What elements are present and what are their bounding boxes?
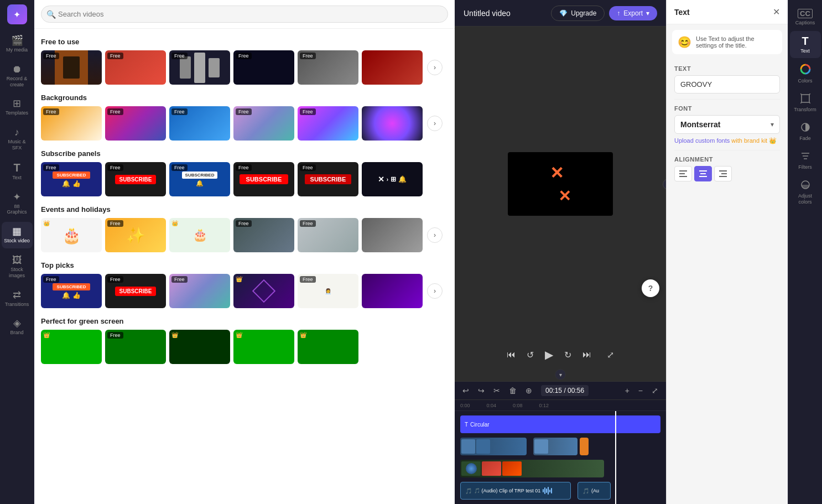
sidebar-item-my-media[interactable]: 🎬 My media (2, 31, 33, 58)
thumb-bg-4[interactable]: Free (233, 106, 294, 141)
thumb-sub-5[interactable]: SUBSCRIBE Free (298, 162, 358, 196)
sidebar-item-graphics[interactable]: ✦ 88 Graphics (2, 188, 33, 220)
text-field-input[interactable] (674, 75, 780, 93)
thumb-bg-5[interactable]: Free (298, 106, 358, 141)
app-logo[interactable]: ✦ (7, 4, 27, 24)
thumb-tp-4[interactable]: 👑 (233, 274, 294, 308)
icon-panel-captions[interactable]: CC Captions (790, 4, 821, 30)
track-clip-audio2[interactable]: 🎵 (Au (578, 482, 611, 500)
thumb-bg-6[interactable] (362, 106, 423, 141)
forward-button[interactable]: ↻ (562, 347, 574, 362)
upgrade-button[interactable]: 💎 Upgrade (551, 6, 605, 21)
thumb-free-2[interactable]: Free (105, 50, 166, 85)
sidebar-item-music[interactable]: ♪ Music & SFX (2, 123, 33, 155)
skip-back-button[interactable]: ⏮ (504, 347, 518, 362)
zoom-out-button[interactable]: − (636, 385, 645, 396)
thumb-ev-6[interactable] (362, 218, 423, 252)
thumb-free-1[interactable]: Free (41, 50, 102, 85)
icon-panel-transform[interactable]: Transform (790, 89, 821, 117)
free-badge: Free (236, 164, 252, 171)
thumb-sub-2[interactable]: SUBSCRIBE Free (105, 162, 166, 196)
help-button[interactable]: ? (642, 279, 659, 297)
thumb-gs-5[interactable]: 👑 (298, 330, 358, 364)
thumb-bg-1[interactable]: Free (41, 106, 102, 141)
thumb-sub-3[interactable]: SUBSCRIBED 🔔 Free (169, 162, 230, 196)
track-clip-video1b[interactable] (533, 438, 578, 455)
icon-panel-adjust-colors[interactable]: Adjust colors (790, 175, 821, 210)
upload-custom-link[interactable]: Upload custom fonts (674, 137, 730, 144)
track-clip-video2[interactable] (460, 460, 604, 477)
right-panel-header: Text ✕ (667, 0, 788, 24)
play-button[interactable]: ▶ (543, 346, 555, 363)
expand-timeline-button[interactable]: ▾ (555, 369, 566, 380)
thumb-gs-2[interactable]: Free (105, 330, 166, 364)
svg-rect-6 (719, 170, 727, 172)
thumb-ev-4[interactable]: Free (233, 218, 294, 252)
sidebar-item-record[interactable]: ⏺ Record & create (2, 60, 33, 92)
thumb-gs-3[interactable]: 👑 (169, 330, 230, 364)
search-input[interactable] (41, 6, 448, 23)
expand-button[interactable]: ⤢ (649, 385, 660, 396)
sidebar-item-brand-kit[interactable]: ◈ Brand (2, 314, 33, 340)
thumb-ev-1[interactable]: 🎂 👑 (41, 218, 102, 252)
cut-button[interactable]: ✂ (491, 385, 502, 396)
thumb-ev-5[interactable]: Free (298, 218, 358, 252)
export-button[interactable]: ↑ Export ▾ (609, 6, 657, 20)
playhead[interactable] (615, 411, 616, 504)
zoom-in-button[interactable]: + (623, 385, 632, 396)
section-subscribe: Subscribe panels SUBSCRIBED 🔔 👍 Free SUB… (41, 149, 448, 196)
align-right-button[interactable] (714, 166, 732, 181)
close-panel-button[interactable]: ✕ (773, 7, 780, 17)
rewind-button[interactable]: ↺ (524, 347, 536, 362)
track-clip-orange[interactable] (580, 438, 589, 455)
thumb-ev-3[interactable]: 🎂 👑 (169, 218, 230, 252)
sidebar-item-label: Brand (10, 330, 23, 336)
icon-panel-filters[interactable]: Filters (790, 147, 821, 174)
backgrounds-chevron[interactable]: › (427, 116, 443, 131)
add-media-button[interactable]: ⊕ (523, 385, 534, 396)
collapse-panel-button[interactable]: › (663, 179, 666, 190)
thumb-tp-5[interactable]: 👩‍💼 Free (298, 274, 358, 308)
thumb-gs-4[interactable]: 👑 (233, 330, 294, 364)
sidebar-item-templates[interactable]: ⊞ Templates (2, 94, 33, 121)
sidebar-item-stock-images[interactable]: 🖼 Stock images (2, 251, 33, 283)
thumb-tp-3[interactable]: Free (169, 274, 230, 308)
align-left-button[interactable] (674, 166, 692, 181)
thumb-sub-1[interactable]: SUBSCRIBED 🔔 👍 Free (41, 162, 102, 196)
thumb-free-3[interactable]: Free (169, 50, 230, 85)
sidebar-item-text[interactable]: T Text (2, 158, 33, 185)
text-tool-icon: T (802, 35, 808, 46)
alignment-label: Alignment (674, 156, 780, 163)
redo-button[interactable]: ↪ (476, 385, 487, 396)
events-chevron[interactable]: › (427, 227, 443, 243)
icon-panel-fade[interactable]: Fade (790, 118, 821, 146)
thumb-gs-1[interactable]: 👑 (41, 330, 102, 364)
thumb-tp-6[interactable] (362, 274, 423, 308)
top-picks-chevron[interactable]: › (427, 283, 443, 299)
search-bar-area: 🔍 (34, 0, 455, 29)
icon-panel-text[interactable]: T Text (790, 31, 821, 58)
thumb-bg-3[interactable]: Free (169, 106, 230, 141)
align-center-button[interactable] (694, 166, 712, 181)
free-to-use-chevron[interactable]: › (427, 60, 443, 75)
thumb-free-5[interactable]: Free (298, 50, 358, 85)
thumb-sub-4[interactable]: SUBSCRIBE Free (233, 162, 294, 196)
fullscreen-button[interactable]: ⤢ (605, 347, 616, 362)
track-clip-audio[interactable]: 🎵 🎵 (Audio) Clip of TRP test 01 (460, 482, 571, 500)
thumb-tp-2[interactable]: SUBSCRIBE Free (105, 274, 166, 308)
skip-forward-button[interactable]: ⏭ (580, 347, 594, 362)
delete-button[interactable]: 🗑 (507, 385, 519, 396)
track-clip-circular[interactable]: T Circular (460, 415, 660, 433)
track-clip-video1[interactable] (460, 438, 527, 455)
thumb-ev-2[interactable]: ✨ Free (105, 218, 166, 252)
font-selector[interactable]: Montserrat ▾ (674, 115, 780, 134)
sidebar-item-stock-video[interactable]: ▦ Stock video (2, 222, 33, 248)
thumb-free-6[interactable] (362, 50, 423, 85)
icon-panel-colors[interactable]: Colors (790, 59, 821, 88)
thumb-sub-6[interactable]: ✕ › ⊞ 🔔 (362, 162, 423, 196)
undo-button[interactable]: ↩ (460, 385, 471, 396)
thumb-free-4[interactable]: Free (233, 50, 294, 85)
thumb-bg-2[interactable]: Free (105, 106, 166, 141)
thumb-tp-1[interactable]: SUBSCRIBED 🔔 👍 Free (41, 274, 102, 308)
sidebar-item-transitions[interactable]: ⇄ Transitions (2, 285, 33, 312)
